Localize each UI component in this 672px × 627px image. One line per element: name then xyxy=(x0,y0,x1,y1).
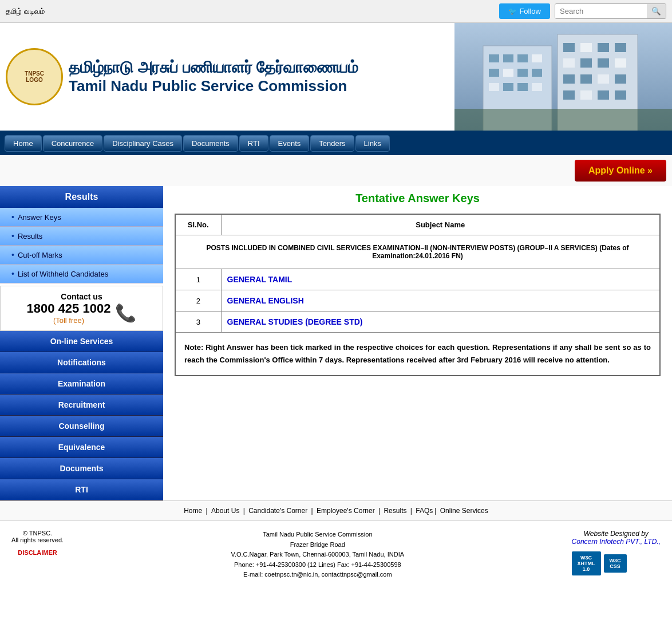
service-online[interactable]: On-line Services xyxy=(0,331,163,352)
svg-rect-16 xyxy=(580,43,592,52)
rights: All rights reserved. xyxy=(11,537,64,543)
footer-nav: Home | About Us | Candidate's Corner | E… xyxy=(0,500,672,520)
header: TNPSCLOGO தமிழ்நாடு அரசுப் பணியாளர் தேர்… xyxy=(0,23,672,132)
main-content: Tentative Answer Keys Sl.No. Subject Nam… xyxy=(163,186,672,500)
org-name: Tamil Nadu Public Service Commission xyxy=(231,530,404,540)
table-row: 3 GENERAL STUDIES (DEGREE STD) xyxy=(175,311,660,333)
nav-events[interactable]: Events xyxy=(270,135,310,152)
tamil-text: தமிழ் வடிவம் xyxy=(6,7,45,16)
apply-online-bar: Apply Online » xyxy=(0,155,672,186)
svg-rect-15 xyxy=(563,43,575,52)
follow-button[interactable]: Follow xyxy=(499,3,550,19)
header-building xyxy=(454,23,672,132)
copyright: © TNPSC. xyxy=(11,530,64,537)
svg-rect-10 xyxy=(532,69,542,77)
svg-rect-17 xyxy=(598,43,609,52)
sidebar-answer-keys[interactable]: Answer Keys xyxy=(0,208,163,227)
service-notifications[interactable]: Notifications xyxy=(0,352,163,373)
svg-rect-25 xyxy=(598,74,609,84)
footer-nav-about[interactable]: About Us xyxy=(211,507,239,515)
navbar: Home Concurrence Disciplinary Cases Docu… xyxy=(0,132,672,155)
designer-link[interactable]: Concern Infotech PVT., LTD., xyxy=(572,538,661,546)
svg-rect-3 xyxy=(489,54,499,62)
svg-rect-30 xyxy=(615,90,626,100)
nav-concurrence[interactable]: Concurrence xyxy=(43,135,102,152)
svg-rect-5 xyxy=(517,54,528,62)
nav-documents[interactable]: Documents xyxy=(183,135,238,152)
footer-nav-home[interactable]: Home xyxy=(184,507,202,515)
service-rti[interactable]: RTI xyxy=(0,479,163,500)
search-button[interactable]: 🔍 xyxy=(647,4,666,18)
note-text: Note: Right Answer has been tick marked … xyxy=(184,341,651,366)
svg-rect-19 xyxy=(563,58,575,68)
disclaimer[interactable]: DISCLAIMER xyxy=(11,549,64,556)
sidebar-results[interactable]: Results xyxy=(0,227,163,246)
service-documents[interactable]: Documents xyxy=(0,458,163,479)
svg-rect-29 xyxy=(598,90,609,100)
svg-rect-27 xyxy=(563,90,575,100)
footer-center: Tamil Nadu Public Service Commission Fra… xyxy=(231,530,404,580)
nav-rti[interactable]: RTI xyxy=(239,135,268,152)
table-note-row: Note: Right Answer has been tick marked … xyxy=(175,333,660,376)
sl-2: 2 xyxy=(175,290,221,311)
logo: TNPSCLOGO xyxy=(6,48,63,105)
top-bar-actions: Follow 🔍 xyxy=(499,3,666,19)
svg-rect-14 xyxy=(532,83,542,91)
answer-table: Sl.No. Subject Name POSTS INCLUDED IN CO… xyxy=(175,214,661,376)
svg-rect-20 xyxy=(580,58,592,68)
content-wrapper: Results Answer Keys Results Cut-off Mark… xyxy=(0,186,672,500)
sidebar-cutoff[interactable]: Cut-off Marks xyxy=(0,246,163,265)
service-equivalence[interactable]: Equivalence xyxy=(0,437,163,458)
nav-tenders[interactable]: Tenders xyxy=(310,135,354,152)
svg-rect-18 xyxy=(615,43,626,52)
table-exam-header: POSTS INCLUDED IN COMBINED CIVIL SERVICE… xyxy=(175,235,660,269)
footer-left: © TNPSC. All rights reserved. DISCLAIMER xyxy=(11,530,64,580)
top-bar: தமிழ் வடிவம் Follow 🔍 xyxy=(0,0,672,23)
svg-rect-31 xyxy=(454,109,672,132)
sl-3: 3 xyxy=(175,311,221,333)
subject-link-2[interactable]: GENERAL ENGLISH xyxy=(227,296,304,305)
svg-rect-23 xyxy=(563,74,575,84)
address-1: Frazer Bridge Road xyxy=(231,540,404,550)
footer-right: Website Designed by Concern Infotech PVT… xyxy=(572,530,661,580)
svg-rect-6 xyxy=(532,54,542,62)
sl-1: 1 xyxy=(175,269,221,290)
service-recruitment[interactable]: Recruitment xyxy=(0,395,163,416)
footer-nav-results[interactable]: Results xyxy=(384,507,406,515)
apply-online-button[interactable]: Apply Online » xyxy=(575,160,666,182)
svg-rect-8 xyxy=(503,69,513,77)
col-subject: Subject Name xyxy=(221,214,660,235)
svg-rect-12 xyxy=(503,83,513,91)
sidebar: Results Answer Keys Results Cut-off Mark… xyxy=(0,186,163,500)
subject-1: GENERAL TAMIL xyxy=(221,269,660,290)
svg-rect-22 xyxy=(615,58,626,68)
table-row: 2 GENERAL ENGLISH xyxy=(175,290,660,311)
footer-nav-candidate[interactable]: Candidate's Corner xyxy=(248,507,307,515)
contact-box: Contact us 1800 425 1002 (Toll free) 📞 xyxy=(0,286,163,331)
footer-nav-online[interactable]: Online Services xyxy=(440,507,488,515)
contact-tollfree: (Toll free) xyxy=(27,316,111,325)
sidebar-withheld[interactable]: List of Withheld Candidates xyxy=(0,265,163,283)
nav-links[interactable]: Links xyxy=(355,135,390,152)
nav-home[interactable]: Home xyxy=(5,135,42,152)
results-header: Results xyxy=(0,186,163,208)
search-input[interactable] xyxy=(555,4,647,18)
footer-nav-faqs[interactable]: FAQs xyxy=(416,507,433,515)
footer-nav-employee[interactable]: Employee's Corner xyxy=(317,507,375,515)
contact-phone: 1800 425 1002 xyxy=(27,301,111,316)
col-slno: Sl.No. xyxy=(175,214,221,235)
subject-2: GENERAL ENGLISH xyxy=(221,290,660,311)
phone: Phone: +91-44-25300300 (12 Lines) Fax: +… xyxy=(231,560,404,570)
w3c-xhtml-badge: W3C XHTML1.0 xyxy=(572,551,601,575)
service-examination[interactable]: Examination xyxy=(0,373,163,395)
svg-rect-9 xyxy=(517,69,528,77)
svg-rect-13 xyxy=(517,83,528,91)
nav-disciplinary[interactable]: Disciplinary Cases xyxy=(104,135,182,152)
w3c-css-badge: W3C CSS xyxy=(604,554,627,573)
svg-rect-7 xyxy=(489,69,499,77)
subject-link-3[interactable]: GENERAL STUDIES (DEGREE STD) xyxy=(227,317,363,326)
contact-title: Contact us xyxy=(6,292,157,301)
subject-link-1[interactable]: GENERAL TAMIL xyxy=(227,275,292,284)
svg-rect-11 xyxy=(489,83,499,91)
service-counselling[interactable]: Counselling xyxy=(0,416,163,437)
